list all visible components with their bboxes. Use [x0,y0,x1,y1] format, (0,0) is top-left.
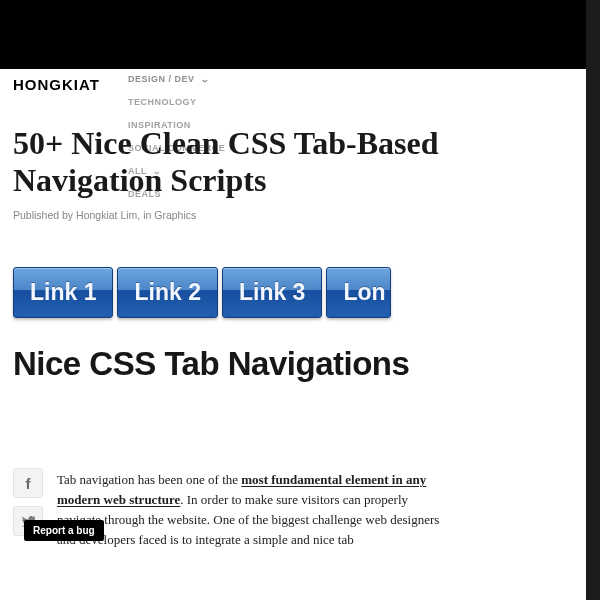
site-header: HONGKIAT [0,69,600,97]
hero-tab: Link 2 [117,267,217,318]
hero-image: Link 1 Link 2 Link 3 Lon Nice CSS Tab Na… [13,255,440,415]
share-facebook-button[interactable]: f [13,468,43,498]
meta-in: , in [137,209,154,221]
report-bug-button[interactable]: Report a bug [24,520,104,541]
author-link[interactable]: Hongkiat Lim [76,209,137,221]
chevron-down-icon: ⌄ [199,75,210,84]
top-banner [0,0,600,69]
hero-caption: Nice CSS Tab Navigations [13,345,409,383]
hero-tab-row: Link 1 Link 2 Link 3 Lon [13,267,391,318]
hero-tab: Link 1 [13,267,113,318]
category-link[interactable]: Graphics [154,209,196,221]
facebook-icon: f [26,475,31,492]
nav-item-technology[interactable]: TECHNOLOGY [128,92,225,115]
article-body: Tab navigation has been one of the most … [57,470,447,551]
nav-item-design-dev[interactable]: DESIGN / DEV ⌄ [128,69,225,92]
nav-label: DESIGN / DEV [128,74,195,84]
body-text-run: Tab navigation has been one of the [57,472,241,487]
hero-tab: Link 3 [222,267,322,318]
site-logo[interactable]: HONGKIAT [13,76,100,93]
scrollbar[interactable] [586,0,600,600]
article-header: 50+ Nice Clean CSS Tab-Based Navigation … [13,125,587,221]
page-title: 50+ Nice Clean CSS Tab-Based Navigation … [13,125,587,199]
meta-prefix: Published by [13,209,76,221]
article-meta: Published by Hongkiat Lim, in Graphics [13,209,587,221]
hero-tab: Lon [326,267,390,318]
